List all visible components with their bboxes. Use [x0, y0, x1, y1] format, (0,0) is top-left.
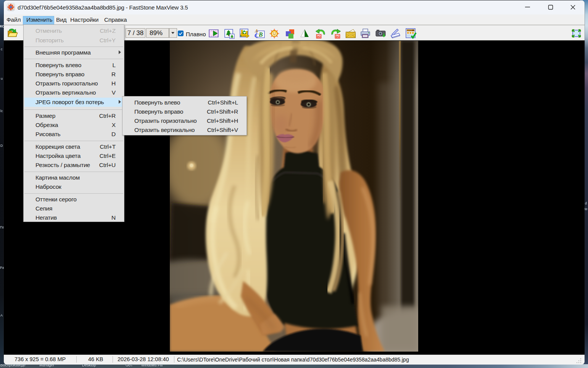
svg-text:90: 90	[317, 35, 321, 39]
svg-text:90: 90	[336, 35, 340, 39]
svg-text:C: C	[255, 32, 259, 39]
svg-text:B: B	[258, 31, 263, 38]
